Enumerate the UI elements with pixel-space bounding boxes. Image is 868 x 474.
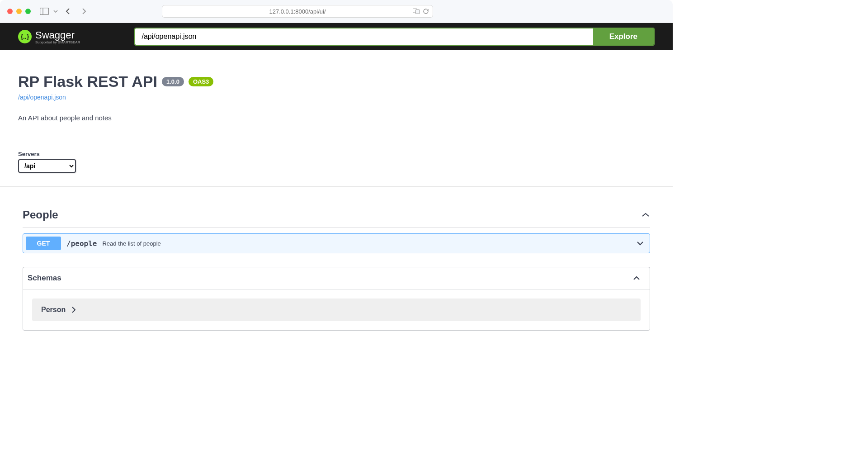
servers-select[interactable]: /api — [18, 159, 76, 173]
api-title: RP Flask REST API — [18, 73, 157, 90]
schemas-header[interactable]: Schemas — [23, 267, 650, 289]
swagger-content: RP Flask REST API 1.0.0 OAS3 /api/openap… — [0, 50, 673, 331]
svg-rect-3 — [415, 9, 420, 14]
window-controls — [7, 9, 31, 14]
api-description: An API about people and notes — [18, 114, 655, 122]
translate-icon[interactable] — [413, 8, 420, 14]
schemas-section: Schemas Person — [23, 267, 650, 331]
spec-url-input[interactable] — [135, 28, 593, 45]
schema-name: Person — [41, 306, 66, 314]
tag-header[interactable]: People — [23, 205, 650, 228]
spec-link[interactable]: /api/openapi.json — [18, 94, 66, 101]
swagger-logo-subtext: Supported by SMARTBEAR — [35, 40, 80, 44]
chevron-up-icon — [641, 212, 650, 218]
operation-summary: Read the list of people — [102, 240, 160, 247]
method-badge: GET — [26, 237, 61, 250]
spec-url-wrap: Explore — [134, 28, 655, 46]
operation-get-people[interactable]: GET /people Read the list of people — [23, 233, 650, 253]
operation-path: /people — [66, 239, 97, 248]
browser-chrome: 127.0.0.1:8000/api/ui/ — [0, 0, 673, 23]
chevron-up-icon — [632, 275, 641, 281]
back-button[interactable] — [61, 5, 74, 18]
maximize-window-button[interactable] — [25, 9, 31, 14]
forward-button[interactable] — [78, 5, 90, 18]
url-bar[interactable]: 127.0.0.1:8000/api/ui/ — [162, 5, 433, 18]
schema-item-person[interactable]: Person — [32, 299, 641, 321]
oas-badge: OAS3 — [189, 77, 213, 86]
swagger-topbar: {..} Swagger Supported by SMARTBEAR Expl… — [0, 23, 673, 50]
explore-button[interactable]: Explore — [593, 28, 654, 45]
chevron-down-icon — [636, 241, 644, 246]
reload-icon[interactable] — [423, 8, 429, 14]
section-divider — [0, 186, 673, 187]
tag-name: People — [23, 209, 58, 221]
chevron-right-icon — [72, 307, 75, 313]
close-window-button[interactable] — [7, 9, 13, 14]
chevron-down-icon[interactable] — [53, 10, 58, 13]
swagger-logo-icon: {..} — [18, 30, 32, 43]
svg-rect-0 — [40, 8, 49, 15]
tag-section-people: People GET /people Read the list of peop… — [23, 205, 650, 253]
schemas-title: Schemas — [28, 274, 61, 283]
url-text: 127.0.0.1:8000/api/ui/ — [269, 8, 326, 15]
version-badge: 1.0.0 — [162, 77, 184, 86]
sidebar-toggle-icon[interactable] — [40, 8, 49, 15]
minimize-window-button[interactable] — [16, 9, 22, 14]
servers-label: Servers — [18, 151, 655, 157]
swagger-logo-text: Swagger — [35, 29, 75, 41]
swagger-logo[interactable]: {..} Swagger Supported by SMARTBEAR — [18, 29, 80, 44]
